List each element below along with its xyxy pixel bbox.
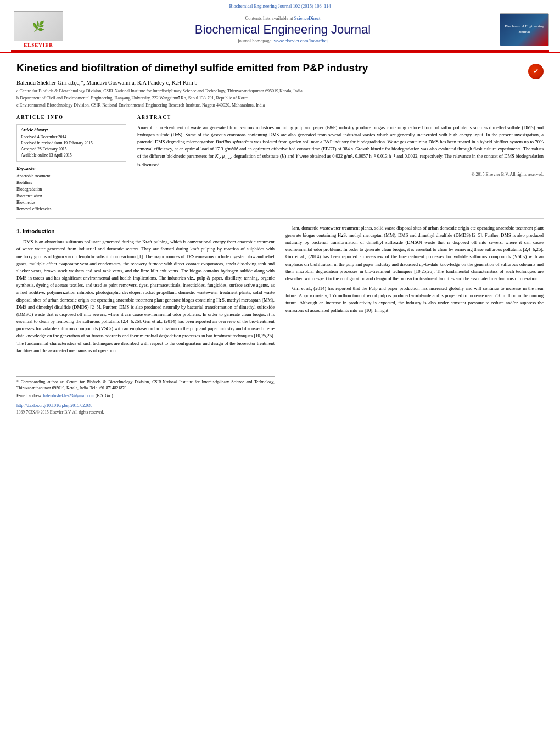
page-wrapper: Biochemical Engineering Journal 102 (201…: [0, 0, 560, 742]
sciencedirect-link[interactable]: ScienceDirect: [294, 15, 321, 21]
available-line: Available online 13 April 2015: [21, 152, 122, 158]
authors-text: Balendu Shekher Giri a,b,c,*, Mandavi Go…: [16, 80, 198, 86]
homepage-link[interactable]: www.elsevier.com/locate/bej: [274, 38, 328, 43]
body-divider: [16, 218, 544, 219]
keywords-block: Keywords: Anaerobic treatment Biofilters…: [16, 166, 126, 213]
email-address[interactable]: balendushekher23@gmail.com: [43, 393, 94, 398]
abstract-text: Anaerobic bio-treatment of waste air gen…: [137, 124, 544, 169]
main-content: Kinetics and biofiltration of dimethyl s…: [0, 53, 560, 425]
body-section: 1. Introduction DMS is an obnoxious sulf…: [16, 225, 544, 416]
body-right-col: lant, domestic wastewater treatment plan…: [285, 225, 544, 416]
keyword-6: Removal efficiencies: [16, 206, 126, 213]
right-para-1: lant, domestic wastewater treatment plan…: [285, 225, 544, 282]
journal-logo-right: Biochemical Engineering Journal: [500, 13, 549, 46]
footnote-email: E-mail address: balendushekher23@gmail.c…: [16, 393, 275, 399]
authors-line: Balendu Shekher Giri a,b,c,*, Mandavi Go…: [16, 80, 544, 86]
homepage-label: journal homepage:: [238, 38, 273, 43]
abstract-col: ABSTRACT Anaerobic bio-treatment of wast…: [137, 114, 544, 213]
article-history-block: Article history: Received 4 December 201…: [16, 124, 126, 162]
article-meta-section: ARTICLE INFO Article history: Received 4…: [16, 114, 544, 213]
journal-title: Biochemical Engineering Journal: [71, 23, 494, 37]
body-left-col: 1. Introduction DMS is an obnoxious sulf…: [16, 225, 275, 416]
article-info-col: ARTICLE INFO Article history: Received 4…: [16, 114, 126, 213]
footnote-area: * Corresponding author at: Centre for Bi…: [16, 376, 275, 399]
intro-para-1: DMS is an obnoxious sulfurous pollutant …: [16, 238, 275, 354]
affiliation-c: c Environmental Biotechnology Division, …: [16, 102, 544, 109]
doi-link[interactable]: http://dx.doi.org/10.1016/j.bej.2015.02.…: [16, 403, 275, 409]
revised-line: Received in revised form 19 February 201…: [21, 140, 122, 146]
history-label: Article history:: [21, 127, 122, 132]
copyright-line: © 2015 Elsevier B.V. All rights reserved…: [137, 172, 544, 177]
article-title: Kinetics and biofiltration of dimethyl s…: [16, 62, 524, 75]
keyword-3: Biodegradation: [16, 186, 126, 193]
email-name: (B.S. Giri).: [96, 393, 114, 398]
intro-title: Introduction: [23, 228, 54, 235]
keyword-2: Biofilters: [16, 180, 126, 186]
affiliation-a: a Centre for Biofuels & Biotechnology Di…: [16, 88, 544, 94]
journal-logo-text: Biochemical Engineering Journal: [502, 24, 546, 34]
journal-homepage: journal homepage: www.elsevier.com/locat…: [71, 38, 494, 43]
intro-number: 1.: [16, 228, 21, 235]
received-line: Received 4 December 2014: [21, 134, 122, 140]
keyword-4: Bioremediation: [16, 193, 126, 199]
abstract-title: ABSTRACT: [137, 114, 544, 121]
journal-citation: Biochemical Engineering Journal 102 (201…: [229, 3, 331, 9]
header-red-line: [11, 50, 549, 52]
accepted-line: Accepted 28 February 2015: [21, 146, 122, 152]
intro-heading: 1. Introduction: [16, 227, 275, 236]
keywords-label: Keywords:: [16, 166, 126, 171]
title-row: Kinetics and biofiltration of dimethyl s…: [16, 62, 544, 80]
issn-line: 1369-703X/© 2015 Elsevier B.V. All right…: [16, 409, 275, 416]
journal-header: Biochemical Engineering Journal 102 (201…: [0, 0, 560, 53]
email-label: E-mail address:: [16, 393, 42, 398]
crossmark-icon[interactable]: ✓: [528, 64, 544, 79]
affiliation-b: b Department of Civil and Environmental …: [16, 95, 544, 102]
elsevier-brand: ELSEVIER: [24, 42, 53, 48]
keyword-1: Anaerobic treatment: [16, 173, 126, 180]
keyword-5: Biokinetics: [16, 199, 126, 206]
tree-icon: 🌿: [32, 20, 44, 32]
doi-area: http://dx.doi.org/10.1016/j.bej.2015.02.…: [16, 403, 275, 416]
journal-top-bar: Biochemical Engineering Journal 102 (201…: [11, 3, 549, 9]
journal-header-inner: 🌿 ELSEVIER Contents lists available at S…: [11, 11, 549, 48]
journal-title-center: Contents lists available at ScienceDirec…: [66, 15, 500, 43]
elsevier-logo-image: 🌿: [14, 11, 63, 41]
footnote-star: * Corresponding author at: Centre for Bi…: [16, 379, 275, 392]
article-info-title: ARTICLE INFO: [16, 114, 126, 121]
affiliations: a Centre for Biofuels & Biotechnology Di…: [16, 88, 544, 109]
sciencedirect-label: Contents lists available at ScienceDirec…: [71, 15, 494, 21]
elsevier-logo: 🌿 ELSEVIER: [11, 11, 66, 48]
available-at-text: Contents lists available at: [245, 15, 293, 21]
right-para-2: Giri et al., (2014) has reported that th…: [285, 285, 544, 314]
